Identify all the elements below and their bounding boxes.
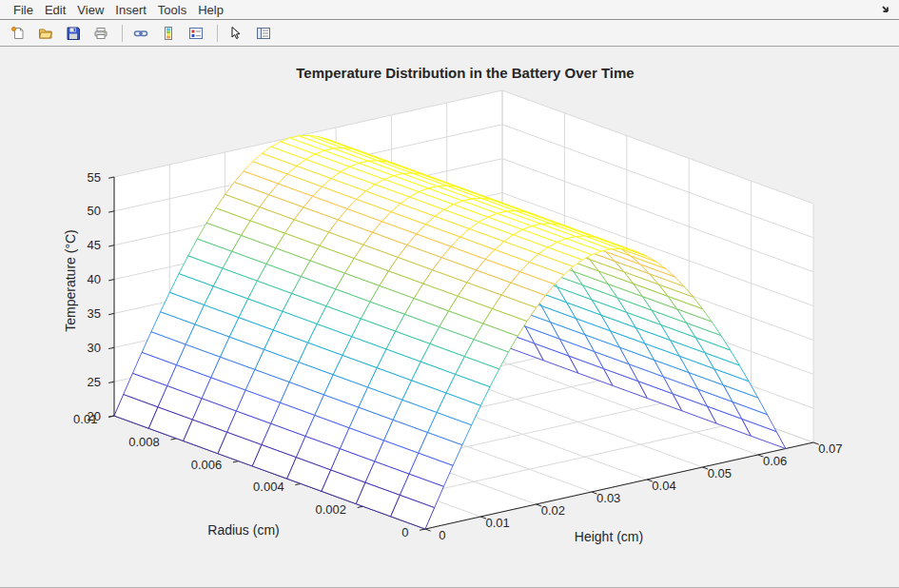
link-plot-icon[interactable] — [128, 22, 153, 45]
menu-help[interactable]: Help — [192, 1, 229, 19]
svg-text:0.05: 0.05 — [708, 466, 732, 480]
edit-plot-icon[interactable] — [224, 22, 248, 45]
print-icon[interactable] — [88, 22, 113, 45]
insert-legend-icon[interactable] — [184, 22, 208, 45]
svg-text:Radius (cm): Radius (cm) — [207, 522, 279, 538]
menu-insert[interactable]: Insert — [109, 1, 152, 19]
property-inspector-icon[interactable] — [251, 22, 276, 45]
svg-text:0.004: 0.004 — [253, 480, 284, 494]
figure-toolbar — [0, 20, 899, 47]
save-icon[interactable] — [61, 22, 86, 45]
svg-text:0.006: 0.006 — [191, 458, 223, 472]
svg-text:0.01: 0.01 — [485, 516, 509, 530]
menubar: File Edit View Insert Tools Help — [0, 0, 899, 20]
insert-colorbar-icon[interactable] — [156, 22, 181, 45]
plot-3d-surface: 00.010.020.030.040.050.060.0700.0020.004… — [0, 47, 899, 588]
svg-text:55: 55 — [88, 170, 101, 185]
svg-text:25: 25 — [88, 375, 101, 389]
menu-file[interactable]: File — [8, 1, 39, 19]
figure-canvas: 00.010.020.030.040.050.060.0700.0020.004… — [0, 47, 899, 588]
menu-tools[interactable]: Tools — [152, 1, 192, 19]
svg-text:35: 35 — [88, 306, 101, 321]
svg-text:20: 20 — [88, 409, 101, 423]
svg-text:30: 30 — [88, 341, 101, 355]
svg-text:0.03: 0.03 — [596, 491, 620, 505]
toolbar-separator — [217, 25, 218, 42]
toolbar-separator — [122, 25, 123, 42]
figure-window: File Edit View Insert Tools Help — [0, 0, 899, 588]
svg-text:0.04: 0.04 — [652, 479, 675, 493]
open-folder-icon[interactable] — [33, 22, 58, 45]
menu-edit[interactable]: Edit — [39, 1, 71, 19]
svg-text:0: 0 — [401, 525, 408, 539]
svg-text:Temperature Distribution in th: Temperature Distribution in the Battery … — [296, 65, 634, 81]
svg-text:50: 50 — [88, 204, 101, 218]
menu-view[interactable]: View — [71, 1, 109, 19]
svg-text:Height (cm): Height (cm) — [575, 529, 643, 544]
svg-text:0.02: 0.02 — [541, 503, 565, 518]
svg-text:0.002: 0.002 — [315, 502, 346, 517]
svg-text:0: 0 — [439, 528, 445, 542]
svg-text:0.06: 0.06 — [763, 454, 787, 468]
svg-text:0.008: 0.008 — [128, 435, 160, 449]
svg-text:40: 40 — [88, 272, 101, 286]
dock-figure-icon[interactable] — [878, 2, 893, 17]
svg-text:45: 45 — [88, 238, 101, 252]
svg-text:0.07: 0.07 — [818, 441, 842, 456]
new-document-icon[interactable] — [6, 22, 30, 45]
svg-text:Temperature (°C): Temperature (°C) — [63, 229, 78, 332]
